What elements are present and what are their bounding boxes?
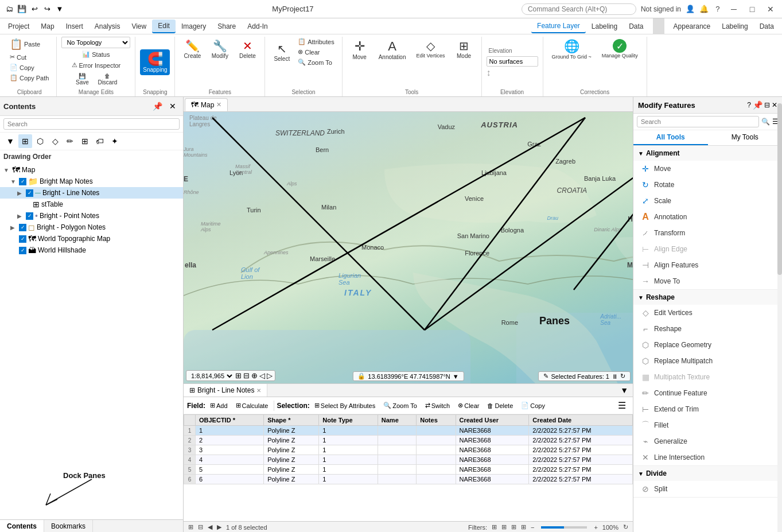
paste-button[interactable]: 📋 Paste: [7, 37, 43, 52]
zoom-plus[interactable]: +: [594, 524, 597, 531]
bottom-tab-contents[interactable]: Contents: [0, 520, 44, 532]
copy-rows-button[interactable]: 📄 Copy: [518, 401, 548, 410]
table-menu-button[interactable]: ☰: [614, 399, 629, 412]
table-tab-close[interactable]: ✕: [256, 387, 261, 394]
col-shape[interactable]: Shape *: [264, 415, 319, 426]
cell-created-date[interactable]: 2/2/2022 5:27:57 PM: [529, 445, 633, 455]
col-objectid[interactable]: OBJECTID *: [196, 415, 264, 426]
cell-objectid[interactable]: 5: [196, 465, 264, 475]
topology-dropdown[interactable]: No Topology: [61, 37, 130, 48]
table-row[interactable]: 3 3 Polyline Z 1 NARE3668 2/2/2022 5:27:…: [184, 445, 633, 455]
command-search[interactable]: [522, 3, 636, 15]
col-created-date[interactable]: Created Date: [529, 415, 633, 426]
cell-notes[interactable]: [417, 465, 456, 475]
close-button[interactable]: ✕: [764, 2, 777, 16]
map-tab-close[interactable]: ✕: [216, 101, 221, 108]
table-row[interactable]: 2 2 Polyline Z 1 NARE3668 2/2/2022 5:27:…: [184, 436, 633, 445]
modify-button[interactable]: 🔧 Modify: [207, 37, 232, 61]
modify-align-features[interactable]: ⊣ Align Features: [633, 257, 782, 273]
menu-analysis[interactable]: Analysis: [89, 20, 126, 33]
pencil-view-button[interactable]: ✏: [63, 134, 77, 148]
table-expand-icon[interactable]: ▼: [620, 386, 628, 395]
filter-icon2[interactable]: ⊞: [501, 523, 507, 531]
col-selector[interactable]: [184, 415, 196, 426]
map-view[interactable]: SWITZERLAND AUSTRIA CROATIA ITALY Zurich…: [184, 112, 633, 383]
cell-notes[interactable]: [417, 436, 456, 445]
zoom-to-selection-button[interactable]: 🔍 Zoom To: [380, 401, 421, 410]
nav-right-icon[interactable]: ▷: [267, 371, 273, 380]
cylinder-view-button[interactable]: ⬡: [33, 134, 47, 148]
select-button[interactable]: ↖ Select: [270, 40, 294, 64]
menu-appearance[interactable]: Appearance: [668, 20, 717, 33]
bottom-tab-bookmarks[interactable]: Bookmarks: [44, 520, 93, 532]
tree-item-bright-map-notes[interactable]: ▼ ✓ 📁 Bright Map Notes: [0, 176, 183, 187]
cell-objectid[interactable]: 3: [196, 445, 264, 455]
annotation-button[interactable]: A Annotation: [375, 37, 410, 63]
modify-help-icon[interactable]: ?: [747, 101, 751, 109]
menu-data2[interactable]: Data: [754, 20, 780, 33]
cell-shape[interactable]: Polyline Z: [264, 475, 319, 484]
manage-quality-button[interactable]: ✓ Manage Quality: [598, 37, 642, 61]
alignment-section-header[interactable]: ▼ Alignment: [633, 146, 782, 161]
modify-fillet[interactable]: ⌒ Fillet: [633, 417, 782, 433]
menu-share[interactable]: Share: [212, 20, 242, 33]
contents-search-input[interactable]: [3, 118, 180, 130]
tree-item-world-topo[interactable]: ✓ 🗺 World Topographic Map: [0, 233, 183, 244]
modify-edit-vertices[interactable]: ◇ Edit Vertices: [633, 305, 782, 321]
delete-rows-button[interactable]: 🗑 Delete: [484, 401, 516, 410]
filter-tool-button[interactable]: ▼: [3, 134, 17, 148]
modify-replace-multipatch[interactable]: ⬡ Replace Multipatch: [633, 353, 782, 369]
cell-objectid[interactable]: 1: [196, 426, 264, 436]
cell-note-type[interactable]: 1: [319, 426, 378, 436]
map-tab[interactable]: 🗺 Map ✕: [185, 98, 228, 111]
zoom-slider[interactable]: [541, 526, 587, 529]
label-view-button[interactable]: 🏷: [93, 134, 107, 148]
cell-notes[interactable]: [417, 475, 456, 484]
cell-notes[interactable]: [417, 426, 456, 436]
modify-rotate[interactable]: ↻ Rotate: [633, 177, 782, 193]
filter-icon4[interactable]: ⊞: [521, 523, 526, 531]
menu-imagery[interactable]: Imagery: [176, 20, 212, 33]
cell-name[interactable]: [378, 465, 416, 475]
cell-created-user[interactable]: NARE3668: [456, 426, 529, 436]
cell-created-user[interactable]: NARE3668: [456, 475, 529, 484]
modify-search-input[interactable]: [637, 116, 759, 127]
modify-tab-my-tools[interactable]: My Tools: [708, 130, 783, 145]
error-inspector-button[interactable]: ⚠ Error Inspector: [69, 60, 124, 70]
modify-transform[interactable]: ⟋ Transform: [633, 225, 782, 241]
menu-labeling2[interactable]: Labeling: [716, 20, 753, 33]
cell-shape[interactable]: Polyline Z: [264, 465, 319, 475]
cell-name[interactable]: [378, 426, 416, 436]
cell-name[interactable]: [378, 475, 416, 484]
menu-feature-layer[interactable]: Feature Layer: [531, 20, 586, 33]
menu-edit[interactable]: Edit: [152, 20, 176, 33]
world-topo-checkbox[interactable]: ✓: [19, 235, 26, 243]
modify-extend-or-trim[interactable]: ⊢ Extend or Trim: [633, 401, 782, 417]
add-field-button[interactable]: ⊞ Add: [207, 401, 231, 410]
nav-prev-btn[interactable]: ◀: [208, 523, 212, 531]
switch-button[interactable]: ⇄ Switch: [422, 401, 453, 410]
cell-note-type[interactable]: 1: [319, 475, 378, 484]
edit-vertices-button[interactable]: ◇ Edit Vertices: [412, 37, 449, 61]
undo-icon[interactable]: ↩: [30, 5, 39, 14]
modify-annotation[interactable]: A Annotation: [633, 209, 782, 225]
attributes-button[interactable]: 📋 Attributes: [295, 37, 337, 46]
reshape-section-header[interactable]: ▼ Reshape: [633, 290, 782, 305]
clear-selection-button[interactable]: ⊗ Clear: [454, 401, 483, 410]
cell-created-date[interactable]: 2/2/2022 5:27:57 PM: [529, 436, 633, 445]
no-surfaces-input[interactable]: [487, 56, 538, 67]
zoom-minus[interactable]: −: [531, 524, 534, 531]
table-icon[interactable]: ⊟: [243, 371, 250, 380]
ground-to-grid-button[interactable]: 🌐 Ground To Grid ~: [548, 37, 596, 62]
menu-project[interactable]: Project: [2, 20, 35, 33]
refresh-icon[interactable]: ↻: [620, 372, 625, 380]
save-icon[interactable]: 💾: [17, 5, 26, 14]
bright-map-notes-checkbox[interactable]: ✓: [19, 178, 26, 185]
fit-icon[interactable]: ⊕: [251, 371, 258, 380]
cell-note-type[interactable]: 1: [319, 465, 378, 475]
menu-map[interactable]: Map: [35, 20, 60, 33]
snapping-button[interactable]: 🧲 Snapping: [140, 49, 170, 75]
select-by-attrs-button[interactable]: ⊞ Select By Attributes: [311, 401, 379, 410]
save-edits-button[interactable]: 💾 Save: [72, 71, 92, 87]
modify-pin-icon[interactable]: 📌: [753, 100, 762, 110]
